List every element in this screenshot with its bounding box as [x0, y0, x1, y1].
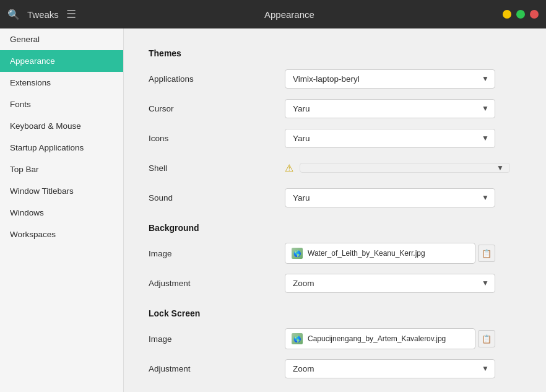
dropdown-ls-adjustment[interactable]: Zoom	[285, 359, 495, 378]
setting-row-bg-image: Image🌎Water_of_Leith_by_Keanu_Kerr.jpg📋	[149, 242, 521, 265]
setting-row-icons: IconsYaru▼	[149, 126, 521, 150]
menu-icon[interactable]: ☰	[66, 7, 76, 21]
sidebar-item-workspaces[interactable]: Workspaces	[0, 224, 123, 245]
file-name-label: Water_of_Leith_by_Keanu_Kerr.jpg	[308, 249, 469, 258]
dropdown-applications[interactable]: Vimix-laptop-beryl	[285, 69, 495, 89]
setting-label-cursor: Cursor	[149, 104, 285, 113]
content-area: ThemesApplicationsVimix-laptop-beryl▼Cur…	[124, 28, 546, 392]
setting-label-applications: Applications	[149, 74, 285, 84]
setting-row-applications: ApplicationsVimix-laptop-beryl▼	[149, 67, 521, 90]
sidebar-item-extensions[interactable]: Extensions	[0, 72, 123, 94]
copy-path-button[interactable]: 📋	[478, 245, 495, 262]
setting-label-icons: Icons	[149, 134, 285, 143]
file-selector-ls-image[interactable]: 🌎Capucijnengang_by_Artem_Kavalerov.jpg	[285, 328, 475, 349]
dropdown-icons[interactable]: Yaru	[285, 129, 495, 148]
setting-label-bg-adjustment: Adjustment	[149, 279, 285, 288]
dropdown-wrap-icons: Yaru▼	[285, 129, 495, 148]
minimize-button[interactable]	[503, 10, 511, 19]
sidebar-item-top-bar[interactable]: Top Bar	[0, 159, 123, 180]
sidebar-item-fonts[interactable]: Fonts	[0, 94, 123, 115]
window-title: Appearance	[76, 9, 503, 20]
setting-control-ls-adjustment: Zoom▼	[285, 359, 521, 378]
dropdown-bg-adjustment[interactable]: Zoom	[285, 274, 495, 293]
file-name-label: Capucijnengang_by_Artem_Kavalerov.jpg	[308, 334, 469, 343]
image-thumbnail-icon: 🌎	[292, 248, 303, 259]
dropdown-wrap-bg-adjustment: Zoom▼	[285, 274, 495, 293]
warning-icon: ⚠	[285, 162, 293, 174]
titlebar: 🔍 Tweaks ☰ Appearance	[0, 0, 546, 28]
main-layout: GeneralAppearanceExtensionsFontsKeyboard…	[0, 28, 546, 392]
setting-control-shell: ⚠▼	[285, 162, 521, 174]
sidebar-item-general[interactable]: General	[0, 28, 123, 50]
sidebar-item-startup-applications[interactable]: Startup Applications	[0, 137, 123, 159]
setting-control-icons: Yaru▼	[285, 129, 521, 148]
close-button[interactable]	[530, 10, 539, 19]
dropdown-cursor[interactable]: Yaru	[285, 99, 495, 118]
dropdown-shell	[300, 163, 510, 173]
sidebar-item-windows[interactable]: Windows	[0, 202, 123, 224]
dropdown-wrap-applications: Vimix-laptop-beryl▼	[285, 69, 495, 89]
maximize-button[interactable]	[516, 10, 525, 19]
copy-path-button[interactable]: 📋	[478, 330, 495, 347]
setting-control-cursor: Yaru▼	[285, 99, 521, 118]
setting-label-bg-image: Image	[149, 249, 285, 258]
sidebar-item-appearance[interactable]: Appearance	[0, 50, 123, 72]
setting-row-ls-image: Image🌎Capucijnengang_by_Artem_Kavalerov.…	[149, 327, 521, 351]
setting-control-bg-image: 🌎Water_of_Leith_by_Keanu_Kerr.jpg📋	[285, 243, 521, 264]
setting-row-ls-adjustment: AdjustmentZoom▼	[149, 357, 521, 380]
setting-row-shell: Shell⚠▼	[149, 156, 521, 180]
section-title-themes: Themes	[149, 48, 521, 58]
dropdown-wrap-cursor: Yaru▼	[285, 99, 495, 118]
file-selector-wrap-bg-image: 🌎Water_of_Leith_by_Keanu_Kerr.jpg📋	[285, 243, 495, 264]
setting-row-sound: SoundYaru▼	[149, 186, 521, 209]
section-title-lock-screen: Lock Screen	[149, 308, 521, 318]
setting-row-bg-adjustment: AdjustmentZoom▼	[149, 271, 521, 295]
setting-control-bg-adjustment: Zoom▼	[285, 274, 521, 293]
setting-label-ls-adjustment: Adjustment	[149, 364, 285, 373]
dropdown-wrap-sound: Yaru▼	[285, 188, 495, 207]
sidebar-item-window-titlebars[interactable]: Window Titlebars	[0, 180, 123, 202]
search-icon[interactable]: 🔍	[7, 9, 20, 20]
sidebar: GeneralAppearanceExtensionsFontsKeyboard…	[0, 28, 124, 392]
setting-control-sound: Yaru▼	[285, 188, 521, 207]
file-selector-bg-image[interactable]: 🌎Water_of_Leith_by_Keanu_Kerr.jpg	[285, 243, 475, 264]
setting-label-shell: Shell	[149, 163, 285, 173]
setting-label-ls-image: Image	[149, 334, 285, 344]
setting-row-cursor: CursorYaru▼	[149, 97, 521, 120]
setting-control-applications: Vimix-laptop-beryl▼	[285, 69, 521, 89]
dropdown-wrap-shell: ▼	[300, 163, 510, 173]
setting-control-ls-image: 🌎Capucijnengang_by_Artem_Kavalerov.jpg📋	[285, 328, 521, 349]
dropdown-wrap-ls-adjustment: Zoom▼	[285, 359, 495, 378]
dropdown-sound[interactable]: Yaru	[285, 188, 495, 207]
section-title-background: Background	[149, 223, 521, 233]
image-thumbnail-icon: 🌎	[292, 333, 303, 344]
file-selector-wrap-ls-image: 🌎Capucijnengang_by_Artem_Kavalerov.jpg📋	[285, 328, 495, 349]
app-name: Tweaks	[27, 9, 59, 20]
sidebar-item-keyboard-mouse[interactable]: Keyboard & Mouse	[0, 115, 123, 137]
setting-label-sound: Sound	[149, 193, 285, 203]
window-controls	[503, 10, 539, 19]
